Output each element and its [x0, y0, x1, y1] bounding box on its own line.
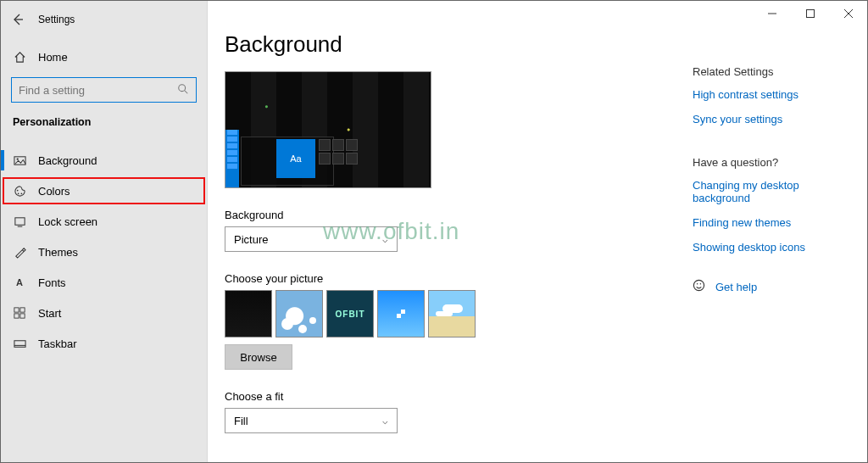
- link-showing-icons[interactable]: Showing desktop icons: [693, 241, 845, 254]
- chevron-down-icon: ⌵: [382, 416, 388, 427]
- picture-thumb-2[interactable]: [275, 290, 323, 337]
- help-icon: [693, 279, 705, 294]
- sidebar-item-label: Fonts: [38, 276, 66, 289]
- picture-icon: [13, 154, 26, 167]
- sidebar-item-taskbar[interactable]: Taskbar: [1, 328, 207, 359]
- titlebar: [753, 1, 867, 26]
- sidebar: Settings Home Personalization Background: [1, 1, 208, 462]
- svg-line-6: [185, 90, 188, 93]
- background-dropdown[interactable]: Picture ⌵: [225, 226, 398, 252]
- choose-picture-label: Choose your picture: [225, 272, 682, 285]
- sidebar-item-label: Start: [38, 307, 61, 320]
- accent-preview-tile: Aa: [276, 139, 315, 178]
- chevron-down-icon: ⌵: [382, 234, 388, 245]
- background-dropdown-value: Picture: [234, 233, 268, 246]
- get-help-label: Get help: [715, 281, 757, 293]
- picture-thumb-1[interactable]: [225, 290, 272, 337]
- svg-rect-18: [14, 340, 25, 347]
- link-finding-themes[interactable]: Finding new themes: [693, 216, 845, 229]
- picture-thumb-5[interactable]: [428, 290, 476, 337]
- search-icon: [177, 83, 189, 98]
- lockscreen-icon: [13, 215, 26, 228]
- sidebar-item-label: Themes: [38, 246, 78, 259]
- svg-point-21: [697, 283, 698, 285]
- get-help-link[interactable]: Get help: [693, 279, 845, 294]
- sidebar-header: Settings: [1, 6, 207, 33]
- window-title: Settings: [38, 14, 75, 25]
- svg-point-11: [20, 192, 22, 194]
- svg-rect-15: [20, 308, 25, 312]
- svg-point-22: [700, 283, 702, 285]
- themes-icon: [13, 246, 26, 259]
- search-box[interactable]: [11, 77, 197, 103]
- back-button[interactable]: [9, 11, 26, 28]
- minimize-button[interactable]: [753, 1, 791, 26]
- page-title: Background: [225, 31, 682, 58]
- svg-point-10: [17, 192, 19, 194]
- sidebar-item-label: Lock screen: [38, 215, 97, 228]
- sidebar-item-colors[interactable]: Colors: [1, 176, 207, 206]
- svg-rect-12: [14, 217, 24, 224]
- svg-rect-1: [806, 10, 814, 18]
- close-button[interactable]: [829, 1, 867, 26]
- browse-button[interactable]: Browse: [225, 344, 292, 370]
- home-label: Home: [38, 51, 68, 64]
- taskbar-icon: [13, 337, 26, 350]
- svg-rect-14: [14, 308, 19, 312]
- sidebar-item-fonts[interactable]: A Fonts: [1, 267, 207, 298]
- link-high-contrast[interactable]: High contrast settings: [693, 88, 845, 101]
- home-button[interactable]: Home: [1, 42, 207, 72]
- svg-point-8: [16, 158, 18, 159]
- main-content: Background Aa Background Picture ⌵ Choos…: [225, 31, 682, 433]
- related-settings-header: Related Settings: [693, 65, 845, 78]
- svg-point-20: [693, 280, 704, 290]
- sidebar-item-lockscreen[interactable]: Lock screen: [1, 206, 207, 237]
- section-header: Personalization: [1, 111, 207, 137]
- fit-dropdown-value: Fill: [234, 415, 248, 427]
- link-sync-settings[interactable]: Sync your settings: [693, 113, 845, 126]
- settings-window: Settings Home Personalization Background: [0, 0, 868, 463]
- svg-rect-16: [14, 314, 19, 318]
- sidebar-item-label: Taskbar: [38, 337, 77, 350]
- sidebar-item-background[interactable]: Background: [1, 145, 207, 176]
- start-icon: [13, 307, 26, 319]
- background-dropdown-label: Background: [225, 209, 682, 221]
- right-panel: Related Settings High contrast settings …: [693, 65, 845, 294]
- sidebar-item-label: Colors: [38, 185, 70, 198]
- picture-thumbnails: OFBIT: [225, 290, 682, 337]
- choose-fit-label: Choose a fit: [225, 390, 682, 403]
- sidebar-item-label: Background: [38, 154, 97, 167]
- svg-point-9: [16, 189, 18, 191]
- have-question-header: Have a question?: [693, 156, 845, 169]
- palette-icon: [13, 185, 26, 198]
- sidebar-item-start[interactable]: Start: [1, 298, 207, 328]
- fonts-icon: A: [13, 277, 26, 287]
- search-input[interactable]: [19, 84, 177, 97]
- fit-dropdown[interactable]: Fill ⌵: [225, 408, 398, 433]
- picture-thumb-3[interactable]: OFBIT: [326, 290, 374, 337]
- sidebar-item-themes[interactable]: Themes: [1, 237, 207, 267]
- svg-point-5: [179, 84, 186, 91]
- svg-rect-17: [20, 314, 25, 318]
- home-icon: [13, 51, 26, 64]
- picture-thumb-4[interactable]: [377, 290, 425, 337]
- link-changing-background[interactable]: Changing my desktop background: [693, 179, 845, 204]
- background-preview: Aa: [225, 71, 431, 188]
- maximize-button[interactable]: [791, 1, 829, 26]
